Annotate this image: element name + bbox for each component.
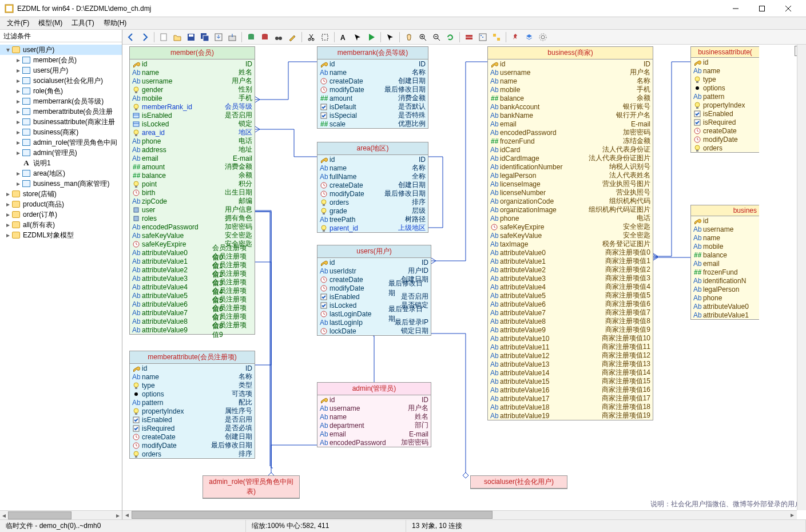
column-row[interactable]: options可选项 xyxy=(130,390,255,398)
column-row[interactable]: AbcbankName银行开户名 xyxy=(488,111,653,120)
column-row[interactable]: AbclicenseImage营业执照号图片 xyxy=(488,180,653,188)
column-row[interactable]: Abcname名称 xyxy=(317,68,428,77)
column-row[interactable]: AbclastLoginIp最后登录IP xyxy=(317,318,431,327)
tree-twisty-icon[interactable]: ▸ xyxy=(15,169,22,177)
column-row[interactable]: birth出生日期 xyxy=(130,188,255,197)
hand-button[interactable] xyxy=(403,31,415,43)
zoom-out-button[interactable] xyxy=(430,31,443,43)
entity-admin_role[interactable]: admin_role(管理员角色中间表) xyxy=(203,475,300,499)
column-row[interactable]: idID xyxy=(317,395,431,404)
tree-twisty-icon[interactable]: ▸ xyxy=(15,128,22,136)
run-button[interactable] xyxy=(365,31,378,43)
tree-node[interactable]: A说明1 xyxy=(0,158,122,168)
tree-node[interactable]: ▸product(商品) xyxy=(0,199,122,209)
menu-3[interactable]: 帮助(H) xyxy=(99,17,132,29)
column-row[interactable]: AbcemailE-mail xyxy=(130,154,255,162)
column-row[interactable]: modifyDate最后修改日期 xyxy=(130,441,255,450)
column-row[interactable]: AbcbankAccount银行账号 xyxy=(488,102,653,111)
column-row[interactable]: idID xyxy=(317,258,431,267)
canvas-hscroll[interactable]: ◂ ▸ xyxy=(122,510,797,519)
column-row[interactable]: AbcattributeValue3商家注册项值3 xyxy=(488,274,653,283)
entity-area[interactable]: area(地区)idIDAbcname名称AbcfullName全称create… xyxy=(317,142,428,233)
align-button[interactable] xyxy=(490,31,503,43)
column-row[interactable]: ##scale优惠比例 xyxy=(317,120,428,128)
entity-title[interactable]: memberattribute(会员注册项) xyxy=(130,351,255,364)
column-row[interactable]: AbcidentificationNumber纳税人识别号 xyxy=(488,162,653,171)
tree-node[interactable]: ▸users(用户) xyxy=(0,65,122,76)
tree-node[interactable]: ▸business(商家) xyxy=(0,127,122,137)
entity-title[interactable]: member(会员) xyxy=(130,47,255,59)
column-row[interactable]: AbcattributeValue10商家注册项值10 xyxy=(488,334,653,343)
entity-title[interactable]: memberrank(会员等级) xyxy=(317,47,428,59)
column-row[interactable]: Abcphone电话 xyxy=(488,214,653,223)
column-row[interactable]: AbcuserIdstr用户ID xyxy=(317,267,431,275)
column-row[interactable]: Abcname xyxy=(691,233,759,242)
column-row[interactable]: propertyIndex属性序号 xyxy=(130,407,255,415)
column-row[interactable]: memberRank_id会员等级 xyxy=(130,102,255,111)
column-row[interactable]: createDate创建日期 xyxy=(317,77,428,85)
column-row[interactable]: createDate创建日期 xyxy=(317,181,428,189)
column-row[interactable]: AbcattributeValue15商家注册项值15 xyxy=(488,377,653,386)
tree-node[interactable]: ▸role(角色) xyxy=(0,86,122,96)
column-row[interactable]: AbcemailE-mail xyxy=(317,430,431,438)
column-row[interactable]: AbcidCardImage法人代表身份证图片 xyxy=(488,154,653,162)
column-row[interactable]: idID xyxy=(488,59,653,68)
tree-twisty-icon[interactable]: ▸ xyxy=(5,221,11,229)
column-row[interactable]: createDate xyxy=(691,126,759,135)
column-row[interactable]: isLocked锁定 xyxy=(130,120,255,128)
column-row[interactable]: point积分 xyxy=(130,180,255,188)
column-row[interactable]: Abcaddress地址 xyxy=(130,145,255,154)
column-row[interactable]: ##amount消费金额 xyxy=(317,94,428,102)
entity-business[interactable]: business(商家)idIDAbcusername用户名Abcname名称A… xyxy=(487,46,653,420)
column-row[interactable]: idID xyxy=(317,59,428,68)
column-row[interactable]: gender性别 xyxy=(130,85,255,94)
column-row[interactable]: AbcsafeKeyValue安全密匙 xyxy=(488,231,653,240)
column-row[interactable]: ##amount消费金额 xyxy=(130,162,255,171)
column-row[interactable]: Abcmobile xyxy=(691,242,759,251)
column-row[interactable]: Abcpattern xyxy=(691,92,759,101)
column-row[interactable]: Abcname名称 xyxy=(488,77,653,85)
column-row[interactable]: idID xyxy=(130,364,255,372)
column-row[interactable]: AbcattributeValue7商家注册项值7 xyxy=(488,308,653,317)
column-row[interactable]: AbclegalPerson法人代表姓名 xyxy=(488,171,653,180)
entity-member[interactable]: member(会员)idIDAbcname姓名Abcusername用户名gen… xyxy=(129,46,255,335)
column-row[interactable]: Abcusername用户名 xyxy=(130,77,255,85)
column-row[interactable]: grade层级 xyxy=(317,207,428,215)
column-row[interactable]: lockDate锁定日期 xyxy=(317,327,431,335)
tree-twisty-icon[interactable]: ▸ xyxy=(15,108,22,116)
layers-button[interactable] xyxy=(523,31,535,43)
column-row[interactable]: AbcattributeValue1商家注册项值1 xyxy=(488,257,653,265)
column-row[interactable]: createDate创建日期 xyxy=(130,432,255,441)
column-row[interactable]: Abcemail xyxy=(691,259,759,268)
column-row[interactable]: propertyIndex xyxy=(691,101,759,109)
column-row[interactable]: AbcattributeValue9商家注册项值9 xyxy=(488,325,653,334)
pencil-button[interactable] xyxy=(286,31,299,43)
tree-button[interactable] xyxy=(477,31,489,43)
column-row[interactable]: AbcattributeValue14商家注册项值14 xyxy=(488,368,653,377)
column-row[interactable]: type类型 xyxy=(130,381,255,390)
tree-twisty-icon[interactable]: ▸ xyxy=(15,87,22,95)
grid-button[interactable] xyxy=(463,31,475,43)
tree-node[interactable]: ▸order(订单) xyxy=(0,209,122,220)
column-row[interactable]: AbcencodedPassword加密密码 xyxy=(317,438,431,447)
column-row[interactable]: AbcfullName全称 xyxy=(317,172,428,181)
column-row[interactable]: modifyDate最后修改日期 xyxy=(317,85,428,94)
diagram-canvas[interactable]: 说明：社会化用户指微信、微博等外部登录的用户 ◂ ▸ member(会员)idI… xyxy=(122,45,806,519)
menu-1[interactable]: 模型(M) xyxy=(34,17,67,29)
column-row[interactable]: AbcattributeValue0商家注册项值0 xyxy=(488,248,653,257)
entity-title[interactable]: business(商家) xyxy=(488,47,653,59)
binoculars-button[interactable] xyxy=(272,31,285,43)
open-button[interactable] xyxy=(171,31,184,43)
column-row[interactable]: Abcdepartment部门 xyxy=(317,421,431,430)
tree-twisty-icon[interactable]: ▸ xyxy=(15,77,22,85)
minimize-button[interactable] xyxy=(722,0,749,17)
entity-title[interactable]: admin_role(管理员角色中间表) xyxy=(203,476,299,498)
entity-title[interactable]: busines xyxy=(691,205,759,216)
tree-node[interactable]: ▸memberattribute(会员注册 xyxy=(0,106,122,117)
column-row[interactable]: isDefault是否默认 xyxy=(317,102,428,111)
column-row[interactable]: AbcattributeValue18商家注册项值18 xyxy=(488,403,653,411)
column-row[interactable]: AbcattributeValue6商家注册项值6 xyxy=(488,300,653,308)
tree-node[interactable]: ▾user(用户) xyxy=(0,45,122,55)
column-row[interactable]: AbcattributeValue19商家注册项值19 xyxy=(488,411,653,420)
entity-title[interactable]: businessattribute( xyxy=(691,47,759,58)
